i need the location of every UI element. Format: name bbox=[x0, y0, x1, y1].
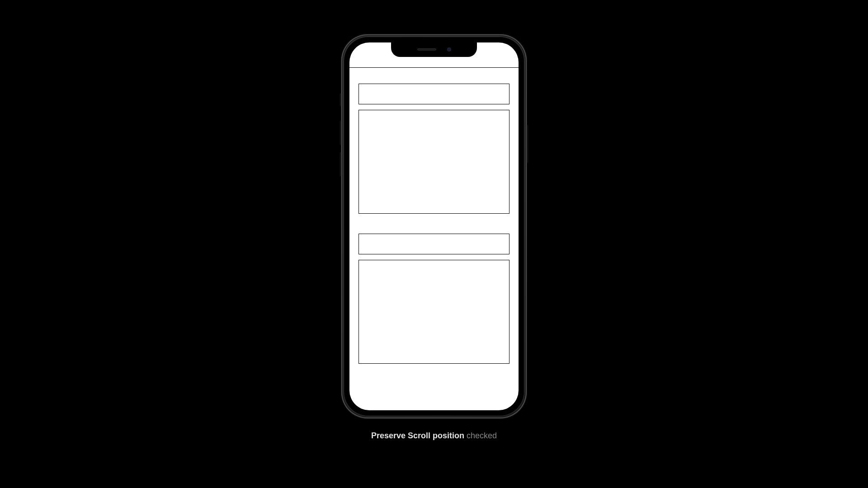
phone-screen[interactable] bbox=[349, 42, 519, 410]
wireframe-content-block bbox=[359, 260, 509, 364]
screen-content bbox=[349, 42, 519, 410]
wireframe-card-group bbox=[359, 234, 509, 364]
caption-label-rest: checked bbox=[464, 431, 497, 440]
wireframe-content-block bbox=[359, 110, 509, 214]
wireframe-header-block bbox=[359, 84, 509, 104]
phone-notch bbox=[391, 42, 477, 57]
wireframe-header-block bbox=[359, 234, 509, 254]
wireframe-card-group bbox=[359, 84, 509, 214]
camera-icon bbox=[447, 47, 451, 52]
speaker-icon bbox=[417, 48, 436, 51]
wireframe-scroll-area[interactable] bbox=[349, 84, 519, 410]
caption-label-bold: Preserve Scroll position bbox=[371, 431, 464, 440]
header-divider bbox=[349, 67, 519, 68]
phone-mockup bbox=[341, 34, 527, 418]
caption-text: Preserve Scroll position checked bbox=[371, 431, 497, 441]
